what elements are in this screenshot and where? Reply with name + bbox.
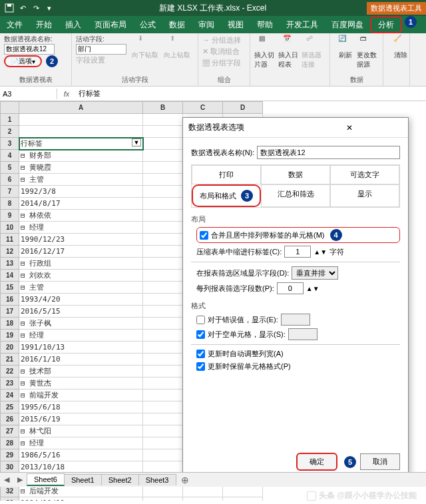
error-values-checkbox[interactable] [196,316,205,324]
row-header-28[interactable]: 28 [1,437,19,449]
row-header-12[interactable]: 12 [1,246,19,258]
cell-B3[interactable] [143,138,183,150]
row-header-11[interactable]: 11 [1,234,19,246]
column-header-A[interactable]: A [19,102,143,114]
cell-B7[interactable] [143,186,183,198]
filter-area-select[interactable]: 垂直并排 [292,266,338,280]
cell-D32[interactable] [223,485,263,497]
active-field-input[interactable] [76,44,126,55]
row-header-26[interactable]: 26 [1,413,19,425]
dialog-title-bar[interactable]: 数据透视表选项 ✕ [183,118,408,138]
cell-B18[interactable] [143,318,183,330]
name-box[interactable]: A3 [0,89,57,99]
autofit-checkbox[interactable] [196,350,205,358]
dialog-tab-data[interactable]: 数据 [261,165,330,184]
cell-A8[interactable]: 2014/8/17 [19,198,143,210]
cell-B9[interactable] [143,210,183,222]
row-header-15[interactable]: 15 [1,282,19,294]
dialog-tab-alttext[interactable]: 可选文字 [330,165,399,184]
cell-A17[interactable]: 2016/5/15 [19,306,143,318]
row-header-4[interactable]: 4 [1,150,19,162]
cancel-button[interactable]: 取消 [360,453,400,470]
pivot-name-input[interactable] [4,44,55,55]
cell-A9[interactable]: ⊟ 林依依 [19,210,143,222]
row-header-27[interactable]: 27 [1,425,19,437]
cell-B12[interactable] [143,246,183,258]
tab-review[interactable]: 审阅 [192,16,221,33]
cell-B5[interactable] [143,162,183,174]
row-header-32[interactable]: 32 [1,485,19,497]
qat-dropdown-icon[interactable]: ▾ [44,3,55,13]
cell-A21[interactable]: 2016/1/10 [19,354,143,366]
dialog-tab-totals[interactable]: 汇总和筛选 [261,184,330,207]
cell-A22[interactable]: ⊟ 技术部 [19,366,143,378]
cell-A10[interactable]: ⊟ 经理 [19,222,143,234]
row-header-1[interactable]: 1 [1,114,19,126]
tab-formulas[interactable]: 公式 [133,16,162,33]
cell-B13[interactable] [143,258,183,270]
cell-B19[interactable] [143,330,183,342]
row-header-16[interactable]: 16 [1,294,19,306]
cell-A2[interactable] [19,126,143,138]
cell-D33[interactable] [223,497,263,501]
row-header-5[interactable]: 5 [1,162,19,174]
dialog-name-input[interactable] [257,146,400,159]
tab-home[interactable]: 开始 [29,16,59,33]
cell-A23[interactable]: ⊟ 黄世杰 [19,378,143,389]
empty-cells-swatch[interactable] [288,328,318,340]
cell-B23[interactable] [143,378,183,389]
row-header-10[interactable]: 10 [1,222,19,234]
row-header-20[interactable]: 20 [1,342,19,354]
redo-icon[interactable]: ↷ [31,3,41,13]
sheet-tab-sheet1[interactable]: Sheet1 [64,474,102,485]
cell-A1[interactable] [19,114,143,126]
row-header-7[interactable]: 7 [1,186,19,198]
cell-B30[interactable] [143,461,183,473]
row-header-18[interactable]: 18 [1,318,19,330]
cell-B26[interactable] [143,413,183,425]
cell-B8[interactable] [143,198,183,210]
row-header-19[interactable]: 19 [1,330,19,342]
tab-data[interactable]: 数据 [162,16,192,33]
row-header-30[interactable]: 30 [1,461,19,473]
cell-C33[interactable] [183,497,223,501]
cell-B22[interactable] [143,366,183,378]
error-values-swatch[interactable] [281,314,310,326]
cell-A14[interactable]: ⊟ 刘欢欢 [19,270,143,282]
cell-B33[interactable] [143,497,183,501]
cell-A4[interactable]: ⊟ 财务部 [19,150,143,162]
cell-A30[interactable]: 2013/10/18 [19,461,143,473]
row-header-8[interactable]: 8 [1,198,19,210]
empty-cells-checkbox[interactable] [196,330,205,339]
cell-A33[interactable]: 1994/10/19 [19,497,143,501]
cell-A27[interactable]: ⊟ 林弋阳 [19,425,143,437]
dialog-close-button[interactable]: ✕ [296,123,403,132]
row-header-6[interactable]: 6 [1,174,19,186]
sheet-tab-sheet6[interactable]: Sheet6 [27,473,65,486]
sheet-nav-next[interactable]: ▶ [13,475,27,484]
sheet-nav-prev[interactable]: ◀ [0,475,13,484]
row-header-33[interactable]: 33 [1,497,19,501]
tab-view[interactable]: 视图 [221,16,250,33]
cell-C32[interactable] [183,485,223,497]
tab-insert[interactable]: 插入 [59,16,88,33]
clear-button[interactable]: 🧹清除 [387,35,414,60]
cell-B11[interactable] [143,234,183,246]
cell-B24[interactable] [143,389,183,401]
cell-B15[interactable] [143,282,183,294]
row-header-17[interactable]: 17 [1,306,19,318]
dialog-tab-layout[interactable]: 布局和格式 3 [192,184,261,207]
row-header-24[interactable]: 24 [1,389,19,401]
cell-A19[interactable]: ⊟ 经理 [19,330,143,342]
cell-A20[interactable]: 1991/10/13 [19,342,143,354]
row-header-14[interactable]: 14 [1,270,19,282]
tab-analyze[interactable]: 分析 [370,16,402,33]
row-header-2[interactable]: 2 [1,126,19,138]
save-icon[interactable] [4,3,15,13]
cell-A12[interactable]: 2016/12/17 [19,246,143,258]
row-header-23[interactable]: 23 [1,378,19,389]
cell-A28[interactable]: ⊟ 经理 [19,437,143,449]
cell-B10[interactable] [143,222,183,234]
add-sheet-button[interactable]: ⊕ [176,475,194,485]
field-settings-button[interactable]: 字段设置 [76,55,105,65]
